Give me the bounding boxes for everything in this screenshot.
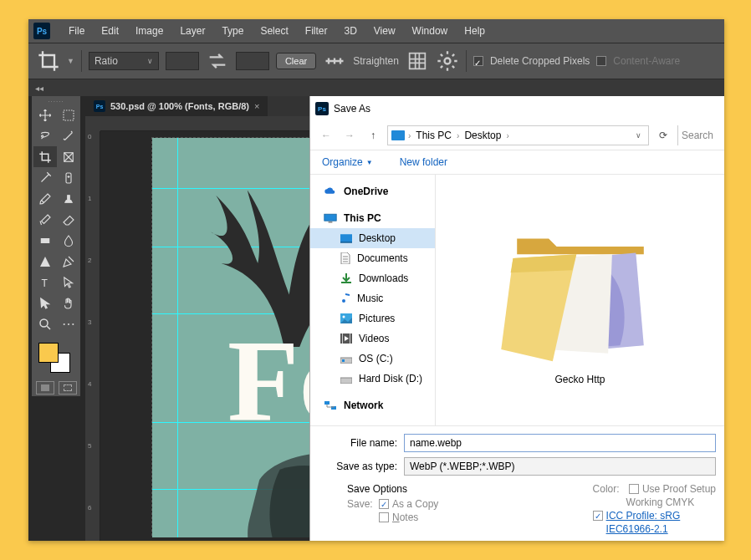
path-select-tool[interactable]: [57, 272, 80, 293]
straighten-icon[interactable]: [323, 49, 346, 73]
panel-collapse-strip[interactable]: ◂◂: [28, 79, 724, 96]
svg-rect-5: [41, 238, 50, 243]
menu-view[interactable]: View: [365, 25, 404, 37]
dodge-tool[interactable]: [33, 251, 57, 272]
menu-file[interactable]: File: [60, 25, 93, 37]
rectangle-tool[interactable]: [33, 293, 57, 313]
magic-wand-tool[interactable]: [57, 125, 80, 146]
tree-videos[interactable]: Videos: [310, 328, 435, 349]
hand-tool[interactable]: [57, 293, 80, 313]
menu-3d[interactable]: 3D: [335, 25, 365, 37]
menu-window[interactable]: Window: [404, 25, 457, 37]
edit-mode-mask[interactable]: [59, 381, 77, 395]
tree-hard-d[interactable]: Hard Disk (D:): [310, 369, 435, 389]
tree-downloads[interactable]: Downloads: [310, 268, 435, 288]
notes-checkbox[interactable]: [379, 512, 389, 522]
new-folder-button[interactable]: New folder: [400, 156, 447, 168]
panel-grip-icon[interactable]: ∙∙∙∙∙∙: [33, 98, 79, 104]
tree-thispc[interactable]: This PC: [310, 208, 435, 228]
organize-dropdown[interactable]: Organize ▼: [322, 156, 373, 168]
blur-tool[interactable]: [57, 230, 80, 251]
pen-tool[interactable]: [57, 251, 80, 272]
folder-label[interactable]: Gecko Http: [554, 374, 605, 385]
crop-tool[interactable]: [33, 146, 57, 167]
folder-icon[interactable]: [493, 215, 668, 365]
document-tab[interactable]: Ps 530.psd @ 100% (Fonts, RGB/8) ×: [85, 96, 268, 116]
vertical-ruler[interactable]: 0 1 2 3 4 5 6: [85, 131, 100, 541]
tree-onedrive[interactable]: OneDrive: [310, 181, 435, 201]
lasso-tool[interactable]: [33, 125, 57, 146]
save-options-label: Save Options: [347, 483, 438, 495]
clear-button[interactable]: Clear: [276, 53, 316, 69]
gradient-tool[interactable]: [33, 230, 57, 251]
breadcrumb-thispc[interactable]: This PC: [414, 130, 453, 141]
tree-network[interactable]: Network: [310, 395, 435, 415]
tools-panel: ∙∙∙∙∙∙ T: [32, 96, 80, 396]
eraser-tool[interactable]: [57, 209, 80, 230]
history-brush-tool[interactable]: [33, 209, 57, 230]
tree-music[interactable]: Music: [310, 288, 435, 308]
type-tool[interactable]: T: [33, 272, 57, 293]
icc-profile-link[interactable]: ICC Profile: sRG: [606, 510, 681, 522]
clone-stamp-tool[interactable]: [57, 188, 80, 209]
content-aware-checkbox[interactable]: [596, 56, 606, 66]
swap-icon[interactable]: [206, 49, 229, 73]
settings-gear-icon[interactable]: [436, 49, 459, 73]
menu-type[interactable]: Type: [213, 25, 252, 37]
chevron-right-icon: ›: [455, 131, 461, 140]
eyedropper-tool[interactable]: [33, 167, 57, 188]
healing-brush-tool[interactable]: [57, 167, 80, 188]
tree-documents[interactable]: Documents: [310, 248, 435, 268]
overlay-grid-icon[interactable]: [406, 49, 429, 73]
as-copy-checkbox[interactable]: ✓: [379, 499, 389, 509]
svg-rect-16: [350, 333, 350, 344]
brush-tool[interactable]: [33, 188, 57, 209]
file-view[interactable]: Gecko Http: [436, 175, 724, 425]
move-tool[interactable]: [33, 104, 57, 125]
svg-point-13: [343, 316, 345, 318]
filename-input[interactable]: name.webp: [404, 434, 716, 452]
refresh-button[interactable]: ⟳: [654, 126, 672, 145]
crop-tool-icon[interactable]: [37, 49, 60, 73]
icc-profile-checkbox[interactable]: ✓: [593, 511, 603, 521]
menu-select[interactable]: Select: [252, 25, 296, 37]
search-input[interactable]: Search: [677, 125, 718, 145]
save-type-select[interactable]: WebP (*.WEBP;*.WBP): [404, 457, 716, 476]
tree-pictures[interactable]: Pictures: [310, 308, 435, 328]
svg-rect-0: [410, 53, 426, 69]
foreground-color-swatch[interactable]: [38, 343, 59, 363]
menu-image[interactable]: Image: [127, 25, 171, 37]
proof-checkbox[interactable]: [629, 484, 639, 494]
nav-up-button[interactable]: ↑: [364, 126, 382, 145]
dialog-toolbar: Organize ▼ New folder: [310, 150, 724, 175]
ratio-select[interactable]: Ratio ∨: [89, 52, 159, 70]
crop-height-input[interactable]: [236, 52, 269, 70]
more-tools[interactable]: ⋯: [57, 313, 80, 334]
frame-tool[interactable]: [57, 146, 80, 167]
marquee-tool[interactable]: [57, 104, 80, 125]
workspace: ∙∙∙∙∙∙ T: [28, 96, 724, 541]
crop-width-input[interactable]: [166, 52, 199, 70]
edit-mode-standard[interactable]: [36, 381, 54, 395]
dialog-title: Save As: [334, 103, 370, 115]
content-aware-label: Content-Aware: [613, 55, 680, 67]
menu-layer[interactable]: Layer: [171, 25, 213, 37]
tab-close-icon[interactable]: ×: [254, 101, 259, 111]
tree-desktop[interactable]: Desktop: [310, 228, 435, 248]
dialog-titlebar[interactable]: Ps Save As: [310, 96, 724, 121]
nav-back-button[interactable]: ←: [317, 126, 335, 145]
breadcrumb-desktop[interactable]: Desktop: [462, 130, 503, 141]
svg-point-7: [40, 319, 48, 327]
menu-edit[interactable]: Edit: [93, 25, 127, 37]
menu-filter[interactable]: Filter: [297, 25, 336, 37]
delete-cropped-checkbox[interactable]: [473, 56, 483, 66]
nav-forward-button[interactable]: →: [340, 126, 359, 145]
tree-os-c[interactable]: OS (C:): [310, 349, 435, 369]
app-window: Ps File Edit Image Layer Type Select Fil…: [28, 19, 724, 541]
color-swatches[interactable]: [33, 343, 79, 374]
chevron-down-icon[interactable]: ∨: [636, 131, 645, 140]
breadcrumb-bar[interactable]: › This PC › Desktop › ∨: [387, 125, 649, 145]
svg-rect-15: [342, 333, 343, 344]
menu-help[interactable]: Help: [456, 25, 493, 37]
zoom-tool[interactable]: [33, 313, 57, 334]
